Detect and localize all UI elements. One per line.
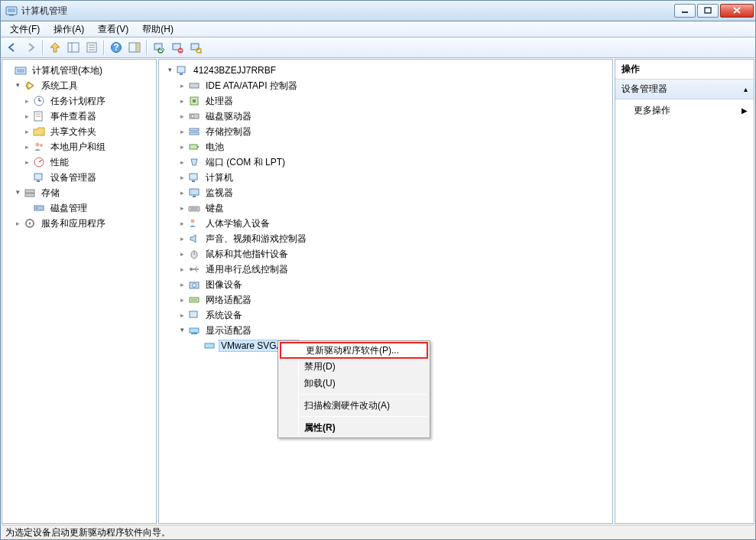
menu-help[interactable]: 帮助(H) <box>136 22 180 37</box>
refresh-button[interactable] <box>151 39 167 56</box>
help-button[interactable]: ? <box>108 39 125 56</box>
device-root[interactable]: 41243BZEJJ7RRBF <box>161 63 611 78</box>
ctx-update-driver[interactable]: 更新驱动程序软件(P)... <box>280 342 428 359</box>
expander-icon[interactable] <box>177 127 187 136</box>
forward-button[interactable] <box>22 39 39 56</box>
cat-ports[interactable]: 端口 (COM 和 LPT) <box>161 155 611 170</box>
cat-monitors[interactable]: 监视器 <box>161 185 611 200</box>
svg-rect-4 <box>705 8 711 13</box>
expander-icon[interactable] <box>177 219 187 228</box>
expander-icon[interactable] <box>22 158 31 167</box>
svg-rect-39 <box>37 181 40 182</box>
cat-battery[interactable]: 电池 <box>161 139 611 155</box>
action-pane-button[interactable] <box>126 39 143 56</box>
window-buttons <box>674 4 754 18</box>
expander-icon[interactable] <box>13 81 22 90</box>
toolbar: ? <box>0 37 756 58</box>
menu-view[interactable]: 查看(V) <box>92 22 135 37</box>
app-icon <box>5 5 18 17</box>
maximize-button[interactable] <box>697 4 719 18</box>
cat-ide[interactable]: IDE ATA/ATAPI 控制器 <box>161 78 611 93</box>
tree-task-scheduler[interactable]: 任务计划程序 <box>4 93 154 109</box>
cat-disk-drives[interactable]: 磁盘驱动器 <box>161 109 611 124</box>
expander-icon[interactable] <box>177 112 187 121</box>
expander-icon[interactable] <box>177 234 187 243</box>
menu-action[interactable]: 操作(A) <box>47 22 90 37</box>
device-tree[interactable]: 41243BZEJJ7RRBF IDE ATA/ATAPI 控制器 处理器 磁盘… <box>159 60 612 356</box>
more-actions[interactable]: 更多操作 ▶ <box>615 99 754 122</box>
expander-icon[interactable] <box>13 219 22 228</box>
menu-file[interactable]: 文件(F) <box>4 22 46 37</box>
scan-hardware-button[interactable] <box>187 39 204 56</box>
expander-icon[interactable] <box>22 127 31 136</box>
cat-sound[interactable]: 声音、视频和游戏控制器 <box>161 231 611 246</box>
expander-icon[interactable] <box>177 249 187 259</box>
delete-device-button[interactable] <box>169 39 186 56</box>
ctx-properties[interactable]: 属性(R) <box>280 419 428 436</box>
tree-device-manager[interactable]: 设备管理器 <box>4 170 154 185</box>
separator <box>103 40 105 55</box>
properties-button[interactable] <box>83 39 100 56</box>
tree-disk-mgmt[interactable]: 磁盘管理 <box>4 200 154 216</box>
menubar: 文件(F) 操作(A) 查看(V) 帮助(H) <box>0 21 756 37</box>
tree-local-users[interactable]: 本地用户和组 <box>4 139 154 155</box>
main-area: 计算机管理(本地) 系统工具 任务计划程序 事件查看器 共享文件夹 本地用户和组… <box>0 58 756 525</box>
tree-system-tools[interactable]: 系统工具 <box>4 78 154 93</box>
cat-network[interactable]: 网络适配器 <box>161 292 611 307</box>
tree-shared-folders[interactable]: 共享文件夹 <box>4 124 154 139</box>
cat-keyboards[interactable]: 键盘 <box>161 200 611 216</box>
context-menu: 更新驱动程序软件(P)... 禁用(D) 卸载(U) 扫描检测硬件改动(A) 属… <box>277 340 430 438</box>
expander-icon[interactable] <box>177 188 187 197</box>
cat-cpu[interactable]: 处理器 <box>161 93 611 109</box>
chevron-right-icon: ▶ <box>741 106 748 115</box>
expander-icon[interactable] <box>13 188 22 197</box>
titlebar: 计算机管理 <box>0 0 756 21</box>
expander-icon[interactable] <box>177 96 187 106</box>
expander-icon[interactable] <box>177 81 187 90</box>
cat-system[interactable]: 系统设备 <box>161 307 611 323</box>
cat-hid[interactable]: 人体学输入设备 <box>161 216 611 231</box>
actions-section[interactable]: 设备管理器 ▴ <box>615 80 754 99</box>
svg-rect-7 <box>68 43 79 52</box>
expander-icon[interactable] <box>22 96 31 106</box>
minimize-button[interactable] <box>674 4 696 18</box>
up-button[interactable] <box>47 39 63 56</box>
actions-section-label: 设备管理器 <box>621 83 667 96</box>
expander-icon[interactable] <box>22 142 31 151</box>
expander-icon[interactable] <box>177 142 187 151</box>
cat-storage-ctrl[interactable]: 存储控制器 <box>161 124 611 139</box>
expander-icon[interactable] <box>177 158 187 167</box>
svg-point-72 <box>193 284 196 288</box>
show-hide-tree-button[interactable] <box>65 39 82 56</box>
expander-icon[interactable] <box>22 112 31 121</box>
tree-performance[interactable]: 性能 <box>4 155 154 170</box>
expander-icon[interactable] <box>177 173 187 182</box>
tree-event-viewer[interactable]: 事件查看器 <box>4 109 154 124</box>
tree-services-apps[interactable]: 服务和应用程序 <box>4 216 154 231</box>
cat-imaging[interactable]: 图像设备 <box>161 277 611 292</box>
expander-icon[interactable] <box>165 66 174 75</box>
mmc-tree[interactable]: 计算机管理(本地) 系统工具 任务计划程序 事件查看器 共享文件夹 本地用户和组… <box>2 60 156 234</box>
expander-icon[interactable] <box>177 203 187 213</box>
ctx-uninstall[interactable]: 卸载(U) <box>280 375 428 392</box>
ctx-separator <box>301 394 427 395</box>
expander-icon[interactable] <box>177 280 187 289</box>
ctx-scan[interactable]: 扫描检测硬件改动(A) <box>280 397 428 414</box>
svg-rect-50 <box>193 99 196 102</box>
tree-storage[interactable]: 存储 <box>4 185 154 200</box>
svg-rect-59 <box>190 189 199 195</box>
tree-root[interactable]: 计算机管理(本地) <box>4 63 154 78</box>
expander-icon[interactable] <box>177 311 187 320</box>
close-button[interactable] <box>720 4 754 18</box>
expander-icon[interactable] <box>177 326 187 335</box>
cat-mice[interactable]: 鼠标和其他指针设备 <box>161 246 611 262</box>
ctx-disable[interactable]: 禁用(D) <box>280 358 428 375</box>
expander-icon[interactable] <box>177 265 187 274</box>
cat-display[interactable]: 显示适配器 <box>161 323 611 338</box>
cat-usb[interactable]: 通用串行总线控制器 <box>161 262 611 277</box>
separator <box>146 40 148 55</box>
back-button[interactable] <box>4 39 21 56</box>
cat-computers[interactable]: 计算机 <box>161 170 611 185</box>
expander-icon[interactable] <box>177 295 187 304</box>
svg-rect-47 <box>180 73 183 75</box>
